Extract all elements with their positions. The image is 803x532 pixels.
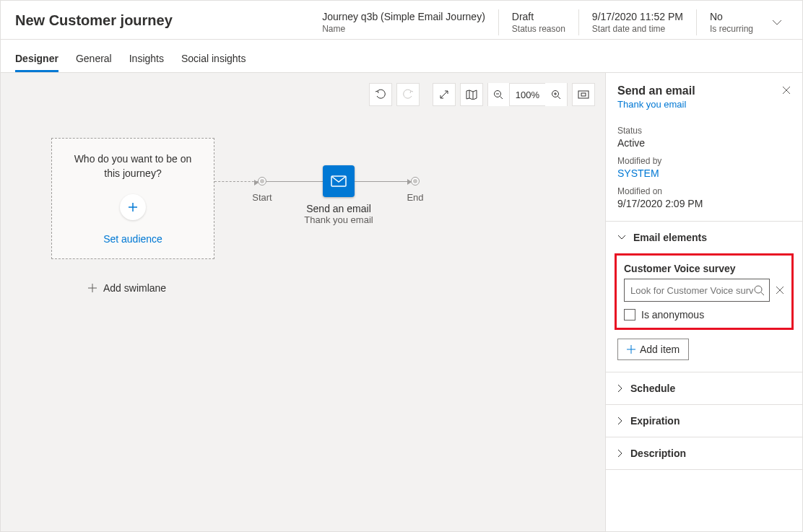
section-schedule: Schedule bbox=[606, 372, 802, 405]
plus-icon bbox=[87, 283, 97, 293]
tile-subtitle: Thank you email bbox=[304, 214, 373, 225]
email-tile[interactable]: Send an email Thank you email bbox=[323, 165, 355, 197]
fullscreen-button[interactable] bbox=[433, 83, 456, 106]
header-field-label: Is recurring bbox=[710, 24, 753, 34]
svg-line-1 bbox=[500, 97, 503, 100]
svg-line-4 bbox=[558, 97, 561, 100]
chevron-right-icon bbox=[617, 417, 623, 425]
header-fields: Journey q3b (Simple Email Journey) Name … bbox=[309, 9, 766, 35]
panel-meta: Status Active Modified by SYSTEM Modifie… bbox=[606, 114, 802, 222]
designer-canvas[interactable]: 100% Who do you want to be on this journ… bbox=[1, 73, 606, 532]
expand-header-button[interactable] bbox=[766, 9, 788, 25]
modified-by-label: Modified by bbox=[617, 156, 791, 166]
flow-connector bbox=[355, 181, 411, 182]
section-title: Email elements bbox=[633, 232, 707, 243]
section-expiration: Expiration bbox=[606, 405, 802, 437]
anonymous-checkbox-row[interactable]: Is anonymous bbox=[624, 309, 784, 320]
header-field-value: Draft bbox=[512, 11, 565, 22]
tab-bar: Designer General Insights Social insight… bbox=[1, 40, 802, 73]
set-audience-link[interactable]: Set audience bbox=[103, 233, 162, 245]
start-label: Start bbox=[252, 192, 272, 203]
add-swimlane-button[interactable]: Add swimlane bbox=[87, 282, 166, 294]
section-email-elements: Email elements Customer Voice survey bbox=[606, 222, 802, 372]
header-field-label: Start date and time bbox=[592, 24, 683, 34]
close-panel-button[interactable] bbox=[782, 84, 791, 95]
canvas-toolbar: 100% bbox=[369, 83, 595, 106]
zoom-in-button[interactable] bbox=[545, 83, 567, 106]
fit-to-screen-button[interactable] bbox=[572, 83, 595, 106]
survey-search-input[interactable] bbox=[630, 285, 753, 296]
header-field-value: Journey q3b (Simple Email Journey) bbox=[322, 11, 485, 22]
tab-social-insights[interactable]: Social insights bbox=[181, 47, 246, 72]
start-node[interactable]: Start bbox=[258, 177, 266, 186]
survey-lookup-input[interactable] bbox=[624, 279, 770, 302]
search-icon bbox=[753, 284, 765, 296]
anonymous-checkbox[interactable] bbox=[624, 309, 635, 320]
section-header-expiration[interactable]: Expiration bbox=[606, 405, 802, 437]
anonymous-label: Is anonymous bbox=[641, 309, 704, 320]
svg-rect-7 bbox=[578, 91, 589, 98]
section-title: Description bbox=[630, 448, 686, 459]
add-swimlane-label: Add swimlane bbox=[103, 282, 166, 294]
status-label: Status bbox=[617, 126, 791, 136]
modified-by-value[interactable]: SYSTEM bbox=[617, 167, 791, 179]
tile-labels: Send an email Thank you email bbox=[304, 203, 373, 225]
survey-highlight: Customer Voice survey Is anonymous bbox=[615, 253, 794, 330]
redo-button[interactable] bbox=[396, 83, 420, 106]
svg-line-15 bbox=[761, 292, 764, 295]
section-header-schedule[interactable]: Schedule bbox=[606, 372, 802, 404]
survey-clear-button[interactable] bbox=[776, 286, 784, 295]
flow-connector bbox=[214, 181, 258, 182]
svg-rect-8 bbox=[581, 93, 586, 96]
survey-lookup bbox=[624, 279, 784, 302]
audience-placeholder[interactable]: Who do you want to be on this journey? S… bbox=[51, 138, 214, 259]
main-area: 100% Who do you want to be on this journ… bbox=[1, 73, 802, 532]
section-body-email-elements: Customer Voice survey Is anonymous bbox=[606, 253, 802, 372]
chevron-down-icon bbox=[617, 235, 626, 240]
modified-on-value: 9/17/2020 2:09 PM bbox=[617, 198, 791, 209]
add-item-label: Add item bbox=[640, 344, 680, 355]
tab-insights[interactable]: Insights bbox=[129, 47, 164, 72]
tab-designer[interactable]: Designer bbox=[15, 47, 58, 72]
section-title: Schedule bbox=[630, 383, 675, 394]
header-field-name[interactable]: Journey q3b (Simple Email Journey) Name bbox=[309, 9, 498, 35]
panel-title: Send an email bbox=[617, 84, 782, 97]
status-value: Active bbox=[617, 137, 791, 149]
plus-icon bbox=[627, 345, 635, 354]
flow-connector bbox=[266, 181, 323, 182]
flow-track: Start Send an email Thank you email End bbox=[214, 165, 420, 197]
header-field-value: 9/17/2020 11:52 PM bbox=[592, 11, 683, 22]
end-label: End bbox=[407, 192, 423, 203]
chevron-right-icon bbox=[617, 384, 623, 393]
modified-on-label: Modified on bbox=[617, 186, 791, 196]
page-header: New Customer journey Journey q3b (Simple… bbox=[1, 1, 802, 40]
audience-question: Who do you want to be on this journey? bbox=[65, 152, 201, 180]
header-field-value: No bbox=[710, 11, 753, 22]
undo-button[interactable] bbox=[369, 83, 392, 106]
panel-header: Send an email Thank you email bbox=[606, 73, 802, 114]
header-field-recurring[interactable]: No Is recurring bbox=[696, 9, 766, 35]
header-field-status[interactable]: Draft Status reason bbox=[498, 9, 578, 35]
end-node[interactable]: End bbox=[411, 177, 420, 186]
header-field-start-date[interactable]: 9/17/2020 11:52 PM Start date and time bbox=[578, 9, 696, 35]
header-field-label: Status reason bbox=[512, 24, 565, 34]
section-description: Description bbox=[606, 437, 802, 470]
zoom-out-button[interactable] bbox=[488, 83, 510, 106]
tile-title: Send an email bbox=[304, 203, 373, 214]
header-field-label: Name bbox=[322, 24, 485, 34]
zoom-level: 100% bbox=[510, 90, 545, 100]
section-header-email-elements[interactable]: Email elements bbox=[606, 222, 802, 253]
zoom-group: 100% bbox=[487, 83, 568, 106]
survey-field-label: Customer Voice survey bbox=[624, 263, 784, 274]
add-audience-button[interactable] bbox=[120, 194, 146, 220]
add-item-button[interactable]: Add item bbox=[617, 339, 689, 360]
panel-subtitle-link[interactable]: Thank you email bbox=[617, 99, 782, 110]
section-header-description[interactable]: Description bbox=[606, 437, 802, 469]
tab-general[interactable]: General bbox=[76, 47, 112, 72]
svg-point-14 bbox=[755, 286, 762, 293]
properties-panel: Send an email Thank you email Status Act… bbox=[606, 73, 802, 532]
page-title: New Customer journey bbox=[15, 9, 309, 29]
section-title: Expiration bbox=[630, 415, 680, 427]
chevron-right-icon bbox=[617, 449, 623, 458]
minimap-button[interactable] bbox=[460, 83, 483, 106]
